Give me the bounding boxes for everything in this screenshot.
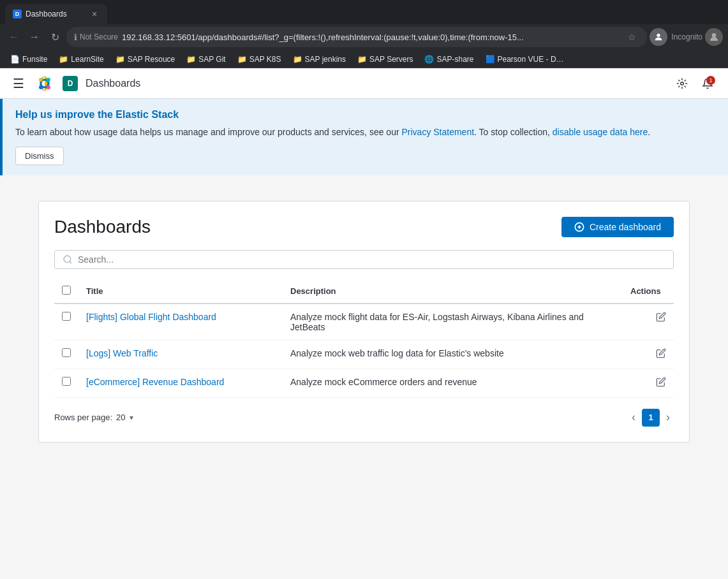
incognito-label: Incognito	[671, 33, 702, 41]
bookmark-learnsite[interactable]: 📁 LearnSite	[54, 54, 108, 65]
bookmark-sap-share[interactable]: 🌐 SAP-share	[419, 54, 479, 65]
row-title-cell: [eCommerce] Revenue Dashboard	[78, 369, 283, 398]
row-checkbox-2[interactable]	[62, 377, 71, 386]
row-checkbox-1[interactable]	[62, 348, 71, 357]
bookmark-label: SAP K8S	[249, 55, 281, 64]
page-title: Dashboards	[54, 217, 151, 237]
bookmarks-bar: 📄 Funsite 📁 LearnSite 📁 SAP Resouce 📁 SA…	[0, 52, 728, 68]
dashboard-link-0[interactable]: [Flights] Global Flight Dashboard	[86, 312, 216, 322]
rows-per-page[interactable]: Rows per page: 20 ▾	[54, 413, 133, 422]
row-actions-cell	[623, 304, 674, 341]
rows-per-page-value: 20	[116, 413, 125, 422]
address-bar-row: ← → ↻ ℹ Not Secure 192.168.33.12:5601/ap…	[0, 24, 728, 52]
bookmark-sap-resource[interactable]: 📁 SAP Resouce	[110, 54, 181, 65]
app-name-badge: D	[63, 76, 78, 91]
bookmark-sap-jenkins[interactable]: 📁 SAP jenkins	[288, 54, 351, 65]
tab-close-icon[interactable]: ×	[89, 9, 100, 19]
bookmark-label: SAP-share	[436, 55, 473, 64]
svg-point-7	[39, 85, 43, 89]
hamburger-button[interactable]: ☰	[10, 73, 27, 94]
bookmark-label: SAP Git	[198, 55, 225, 64]
bookmark-funsite[interactable]: 📄 Funsite	[5, 54, 52, 65]
svg-point-4	[39, 78, 43, 82]
tab-title: Dashboards	[26, 10, 85, 18]
disable-link[interactable]: disable usage data here	[553, 127, 648, 137]
banner-text-before: To learn about how usage data helps us m…	[15, 127, 401, 137]
row-checkbox-0[interactable]	[62, 312, 71, 321]
dismiss-button[interactable]: Dismiss	[15, 147, 64, 165]
page-content: ☰ D Dashboards	[0, 68, 728, 579]
main-content: Dashboards Create dashboard	[0, 175, 728, 579]
chevron-down-icon: ▾	[130, 413, 133, 422]
row-checkbox-cell	[54, 341, 78, 369]
table-row: [Flights] Global Flight Dashboard Analyz…	[54, 304, 674, 341]
address-actions: ☆	[624, 29, 639, 45]
bookmark-icon: 🌐	[424, 55, 434, 64]
dashboard-link-1[interactable]: [Logs] Web Traffic	[86, 348, 158, 358]
select-all-column	[54, 279, 78, 304]
row-title-cell: [Logs] Web Traffic	[78, 341, 283, 369]
bookmark-label: LearnSite	[71, 55, 103, 64]
bookmark-icon: 📁	[59, 55, 68, 64]
search-box[interactable]	[54, 250, 674, 269]
svg-line-13	[70, 261, 71, 263]
notifications-button[interactable]: 1	[697, 73, 718, 94]
elastic-logo-icon	[34, 73, 55, 94]
active-tab[interactable]: D Dashboards ×	[5, 4, 107, 24]
edit-icon[interactable]	[656, 349, 666, 360]
actions-column-header: Actions	[623, 279, 674, 304]
bookmark-icon: 📁	[293, 55, 302, 64]
profile-button[interactable]	[650, 28, 667, 46]
bookmark-icon: 📄	[10, 55, 20, 64]
back-button[interactable]: ←	[5, 28, 23, 46]
svg-point-6	[47, 85, 50, 89]
search-input[interactable]	[78, 254, 665, 265]
current-page-number[interactable]: 1	[642, 409, 660, 427]
not-secure-label: Not Secure	[80, 33, 118, 41]
bookmark-label: SAP Servers	[369, 55, 413, 64]
svg-point-5	[47, 78, 50, 82]
pagination-row: Rows per page: 20 ▾ ‹ 1 ›	[54, 408, 674, 427]
bookmark-icon: 🟦	[486, 55, 495, 64]
bookmark-sap-k8s[interactable]: 📁 SAP K8S	[232, 54, 286, 65]
row-description-cell: Analyze mock web traffic log data for El…	[283, 341, 623, 369]
table-row: [Logs] Web Traffic Analyze mock web traf…	[54, 341, 674, 369]
row-title-cell: [Flights] Global Flight Dashboard	[78, 304, 283, 341]
create-dashboard-button[interactable]: Create dashboard	[561, 217, 674, 237]
banner-text-middle: . To stop collection,	[474, 127, 553, 137]
select-all-checkbox[interactable]	[62, 286, 71, 295]
create-button-label: Create dashboard	[590, 222, 661, 232]
dashboards-card: Dashboards Create dashboard	[38, 201, 690, 443]
banner-text: To learn about how usage data helps us m…	[15, 126, 715, 139]
star-button[interactable]: ☆	[624, 29, 639, 45]
plus-circle-icon	[574, 222, 584, 232]
bookmark-sap-servers[interactable]: 📁 SAP Servers	[352, 54, 418, 65]
app-title-header: Dashboards	[85, 78, 664, 89]
dashboard-link-2[interactable]: [eCommerce] Revenue Dashboard	[86, 377, 224, 387]
previous-page-button[interactable]: ‹	[628, 408, 639, 427]
edit-icon[interactable]	[656, 378, 666, 389]
forward-button[interactable]: →	[26, 28, 43, 46]
bookmark-label: Funsite	[22, 55, 47, 64]
banner-heading: Help us improve the Elastic Stack	[15, 109, 715, 121]
blue-banner: Help us improve the Elastic Stack To lea…	[0, 99, 728, 175]
reload-button[interactable]: ↻	[46, 28, 64, 46]
settings-button[interactable]	[672, 73, 692, 94]
row-description-cell: Analyze mock flight data for ES-Air, Log…	[283, 304, 623, 341]
banner-text-after: .	[648, 127, 650, 137]
bookmark-sap-git[interactable]: 📁 SAP Git	[181, 54, 230, 65]
bookmark-icon: 📁	[237, 55, 247, 64]
rows-per-page-label: Rows per page:	[54, 413, 112, 422]
bookmark-pearson-vue[interactable]: 🟦 Pearson VUE - Da...	[480, 54, 570, 65]
table-header-row: Title Description Actions	[54, 279, 674, 304]
description-column-header: Description	[283, 279, 623, 304]
svg-point-1	[712, 33, 717, 38]
privacy-link[interactable]: Privacy Statement	[401, 127, 474, 137]
edit-icon[interactable]	[656, 313, 666, 324]
address-bar[interactable]: ℹ Not Secure 192.168.33.12:5601/app/dash…	[66, 27, 647, 47]
header-actions: 1	[672, 73, 718, 94]
row-actions-cell	[623, 369, 674, 398]
next-page-button[interactable]: ›	[662, 408, 674, 427]
bookmark-icon: 📁	[115, 55, 125, 64]
address-text: 192.168.33.12:5601/app/dashboards#/list?…	[122, 33, 620, 42]
